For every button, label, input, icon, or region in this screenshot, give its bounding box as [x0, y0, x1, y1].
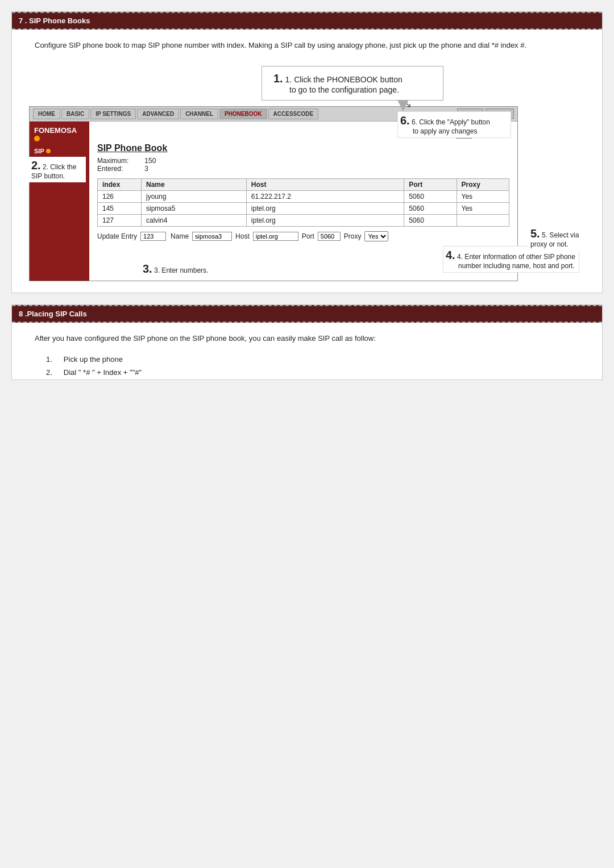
td-host-0: 61.222.217.2 [246, 190, 404, 202]
th-port: Port [404, 178, 457, 190]
step8-1-num: 1. [46, 353, 52, 366]
step8-2-num: 2. [46, 366, 52, 379]
maximum-label: Maximum: [97, 157, 143, 165]
nav-basic[interactable]: BASIC [61, 108, 89, 119]
nav-phonebook[interactable]: PHONEBOOK [219, 108, 267, 119]
section8-title: 8 .Placing SIP Calls [19, 310, 87, 318]
td-name-2: calvin4 [142, 214, 247, 226]
step3-box: 3. 3. Enter numbers. [143, 262, 208, 276]
section8-step1: 1. Pick up the phone [46, 353, 568, 366]
step2-num: 2. [31, 159, 41, 172]
sidebar-sip[interactable]: SIP [34, 148, 85, 155]
section8-block: 8 .Placing SIP Calls After you have conf… [11, 304, 603, 380]
update-name-label: Name [171, 232, 189, 240]
nav-advanced[interactable]: ADVANCED [137, 108, 179, 119]
section7-block: 7 . SIP Phone Books Configure SIP phone … [11, 11, 603, 293]
step5-line1: 5. Select via [542, 231, 579, 239]
sidebar: FONEMOSA SIP [30, 122, 89, 281]
phonebook-entered: Entered: 3 [97, 165, 509, 173]
update-proxy-label: Proxy [344, 232, 362, 240]
step1-line2: to go to the configuration page. [273, 85, 432, 94]
th-host: Host [246, 178, 404, 190]
step4-line2: number including name, host and port. [446, 262, 575, 270]
th-proxy: Proxy [457, 178, 509, 190]
update-proxy-select[interactable]: Yes No [364, 231, 388, 241]
step6-num: 6. [400, 114, 410, 127]
td-host-1: iptel.org [246, 202, 404, 214]
table-row: 127calvin4iptel.org5060 [98, 214, 509, 226]
maximum-value: 150 [144, 157, 190, 165]
step3-text: 3. Enter numbers. [154, 266, 208, 274]
td-port-0: 5060 [404, 190, 457, 202]
update-host-input[interactable] [253, 232, 298, 241]
nav-accesscode[interactable]: ACCESSCODE [268, 108, 319, 119]
phonebook-table-body: 126jyoung61.222.217.25060Yes145sipmosa5i… [98, 190, 509, 226]
phonebook-table: index Name Host Port Proxy 126jyoung61.2… [97, 178, 509, 227]
section8-description: After you have configured the SIP phone … [12, 329, 602, 353]
phonebook-maximum: Maximum: 150 [97, 157, 509, 165]
section8-steps: 1. Pick up the phone 2. Dial " *# " + In… [12, 353, 602, 379]
td-proxy-1: Yes [457, 202, 509, 214]
step1-num: 1. [273, 72, 283, 85]
entered-value: 3 [144, 165, 190, 173]
section7-title: 7 . SIP Phone Books [19, 16, 90, 25]
table-header-row: index Name Host Port Proxy [98, 178, 509, 190]
step3-num: 3. [143, 262, 152, 275]
section8-step2: 2. Dial " *# " + Index + ""#" [46, 366, 568, 379]
th-name: Name [142, 178, 247, 190]
nav-ipsettings[interactable]: IP SETTINGS [90, 108, 136, 119]
section8-header: 8 .Placing SIP Calls [12, 305, 602, 323]
step8-2-text: Dial " *# " + Index + ""#" [64, 366, 142, 379]
td-proxy-2 [457, 214, 509, 226]
update-host-label: Host [235, 232, 250, 240]
step1-box: 1. 1. Click the PHONEBOOK button to go t… [262, 66, 443, 101]
phonebook-info: Maximum: 150 Entered: 3 [97, 157, 509, 173]
step8-1-text: Pick up the phone [64, 353, 123, 366]
step4-line1: 4. Enter information of other SIP phone [457, 253, 575, 261]
step6-line2: to apply any changes [400, 127, 477, 135]
td-index-2: 127 [98, 214, 142, 226]
section8-desc-text: After you have configured the SIP phone … [35, 334, 376, 343]
td-index-0: 126 [98, 190, 142, 202]
step1-arrow: ↘ [403, 98, 412, 110]
nav-home[interactable]: HOME [33, 108, 60, 119]
sidebar-brand: FONEMOSA [34, 126, 85, 143]
entered-label: Entered: [97, 165, 143, 173]
section7-header: 7 . SIP Phone Books [12, 12, 602, 30]
section7-description: Configure SIP phone book to map SIP phon… [12, 36, 602, 60]
update-port-label: Port [302, 232, 314, 240]
td-port-2: 5060 [404, 214, 457, 226]
step1-line1: 1. 1. Click the PHONEBOOK button [273, 72, 432, 85]
table-row: 145sipmosa5iptel.org5060Yes [98, 202, 509, 214]
update-port-input[interactable] [318, 232, 341, 241]
step5-num: 5. [530, 227, 540, 240]
td-name-1: sipmosa5 [142, 202, 247, 214]
step2-box: 2. 2. Click the SIP button. [29, 157, 86, 182]
td-index-1: 145 [98, 202, 142, 214]
th-index: index [98, 178, 142, 190]
td-proxy-0: Yes [457, 190, 509, 202]
nav-channel[interactable]: CHANNEL [180, 108, 218, 119]
td-name-0: jyoung [142, 190, 247, 202]
td-port-1: 5060 [404, 202, 457, 214]
table-row: 126jyoung61.222.217.25060Yes [98, 190, 509, 202]
sidebar-brand-dot [34, 136, 40, 141]
update-name-input[interactable] [192, 232, 232, 241]
step5-line2: proxy or not. [530, 240, 569, 248]
phonebook-title: SIP Phone Book [97, 143, 509, 153]
update-entry-row: Update Entry Name Host Port Proxy [97, 231, 509, 241]
step4-num: 4. [446, 249, 455, 261]
diagram-wrap: 1. 1. Click the PHONEBOOK button to go t… [29, 66, 585, 281]
update-entry-label: Update Entry [97, 232, 137, 240]
step5-box: 5. 5. Select via proxy or not. [528, 225, 591, 251]
td-host-2: iptel.org [246, 214, 404, 226]
update-index-input[interactable] [140, 232, 166, 241]
step6-box: 6. 6. Click the "Apply" button to apply … [397, 111, 511, 138]
step6-line1: 6. Click the "Apply" button [412, 118, 490, 126]
section7-desc-text: Configure SIP phone book to map SIP phon… [35, 41, 526, 49]
sidebar-sip-dot [46, 149, 51, 153]
